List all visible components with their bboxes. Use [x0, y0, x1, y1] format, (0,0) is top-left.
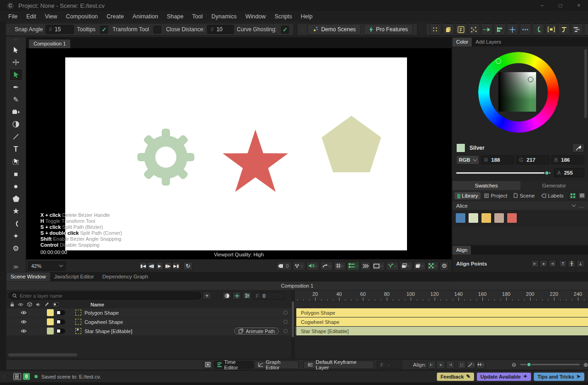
- swatch-set-dropdown[interactable]: Alice …: [452, 201, 588, 210]
- console-icon[interactable]: [13, 373, 21, 380]
- align-keys-center-button[interactable]: ✛: [436, 361, 445, 369]
- tab-align[interactable]: Align: [452, 246, 471, 255]
- current-frame-field[interactable]: F0: [253, 292, 285, 300]
- animate-path-button[interactable]: Animate Path: [234, 328, 279, 334]
- message-count-badge[interactable]: 0: [23, 373, 30, 380]
- layer-color-chip[interactable]: [47, 328, 54, 334]
- drag-handle-icon[interactable]: ⋮: [300, 27, 304, 32]
- onion-skin-button[interactable]: [222, 292, 231, 300]
- visibility-toggle[interactable]: [18, 311, 28, 315]
- sequence-button[interactable]: •••: [520, 23, 531, 35]
- swatch-salmon[interactable]: [507, 213, 517, 223]
- drag-handle-icon[interactable]: ⋮: [6, 27, 10, 32]
- tab-color[interactable]: Color: [452, 38, 472, 46]
- maximize-button[interactable]: □: [551, 0, 570, 11]
- alpha-slider-knob[interactable]: [544, 170, 549, 176]
- track-bar-star[interactable]: Star Shape [Editable]: [296, 327, 588, 335]
- copy-layers-button[interactable]: ▷: [413, 261, 426, 271]
- filter-settings-button[interactable]: [243, 292, 251, 300]
- key-spacing-button[interactable]: ▷: [476, 361, 485, 369]
- pen-modifier-button[interactable]: [558, 23, 570, 35]
- swatch-amber[interactable]: [481, 213, 492, 223]
- add-layer-button[interactable]: +: [203, 292, 211, 300]
- viewport-tab-composition1[interactable]: Composition 1: [29, 40, 70, 48]
- menu-view[interactable]: View: [45, 13, 57, 20]
- pro-features-button[interactable]: Pro Features: [364, 24, 413, 35]
- close-button[interactable]: ×: [570, 0, 588, 11]
- polygon-tool[interactable]: [9, 192, 23, 205]
- grid-view-button[interactable]: [569, 192, 577, 199]
- menu-scripts[interactable]: Scripts: [275, 13, 292, 20]
- layer-color-chip[interactable]: [47, 309, 54, 316]
- swatch-taupe[interactable]: [494, 213, 504, 223]
- node-paths-button[interactable]: ▷: [386, 261, 399, 271]
- align-right-button[interactable]: ⊣: [548, 260, 556, 267]
- sparkle-tool[interactable]: ✦: [9, 230, 23, 242]
- render-toggle[interactable]: [56, 319, 65, 324]
- toolbar-overflow-button[interactable]: »: [584, 23, 588, 35]
- graph-editor-button[interactable]: Graph Editor: [254, 361, 299, 369]
- forward-kinematics-button[interactable]: [481, 23, 493, 35]
- edit-path-tool[interactable]: [9, 155, 23, 168]
- layout-button[interactable]: [571, 23, 583, 35]
- camera-tool[interactable]: [9, 106, 23, 118]
- swatch-blue[interactable]: [455, 213, 466, 223]
- audio-button[interactable]: ▷: [306, 261, 319, 271]
- horizontal-scrollbar[interactable]: [8, 353, 77, 357]
- anchor-tool[interactable]: [9, 56, 23, 68]
- go-to-start-button[interactable]: ▮◀: [139, 262, 147, 270]
- menu-tool[interactable]: Tool: [192, 13, 203, 20]
- menu-help[interactable]: Help: [301, 13, 313, 20]
- render-toggle[interactable]: [56, 310, 65, 315]
- align-keys-left-button[interactable]: ⊢: [427, 361, 436, 369]
- tab-dependency-graph[interactable]: Dependency Graph: [98, 272, 153, 281]
- tab-add-layers[interactable]: Add Layers: [472, 38, 505, 46]
- timeline-vertical-scrollbar[interactable]: [291, 301, 294, 358]
- minimize-button[interactable]: −: [533, 0, 551, 11]
- menu-window[interactable]: Window: [245, 13, 266, 20]
- text-tool[interactable]: T: [9, 143, 23, 155]
- render-toggle[interactable]: [56, 328, 65, 334]
- loop-button[interactable]: ↻: [183, 262, 192, 270]
- tab-scene-window[interactable]: Scene Window: [6, 272, 50, 281]
- box-select-keys-button[interactable]: ⬚: [458, 361, 466, 369]
- timeline-zoom-slider[interactable]: [520, 364, 580, 365]
- alpha-slider[interactable]: [456, 172, 550, 174]
- current-color-swatch[interactable]: [456, 143, 465, 153]
- source-library-button[interactable]: |||Library: [454, 192, 481, 199]
- pen-tool[interactable]: ✒: [9, 81, 23, 93]
- arc-tool[interactable]: [9, 217, 23, 230]
- color-dots-button[interactable]: ▷: [293, 261, 305, 271]
- source-project-button[interactable]: Project: [481, 192, 510, 199]
- update-available-button[interactable]: Update Available✦: [477, 373, 531, 381]
- menu-dynamics[interactable]: Dynamics: [211, 13, 237, 20]
- edit-shape-tool-active[interactable]: [9, 68, 23, 81]
- panel-scrollbar[interactable]: [584, 49, 587, 118]
- frame-counter[interactable]: 0: [276, 261, 292, 271]
- frame-button[interactable]: [545, 23, 557, 35]
- eyedropper-button[interactable]: [572, 143, 584, 153]
- extrude-button[interactable]: [442, 23, 454, 35]
- dope-sheet-button[interactable]: [203, 361, 213, 369]
- tooltips-checkbox[interactable]: ✓: [100, 26, 108, 34]
- green-field[interactable]: G217: [516, 155, 549, 164]
- red-field[interactable]: R188: [481, 155, 514, 164]
- feedback-button[interactable]: Feedback✎: [437, 373, 474, 381]
- menu-animation[interactable]: Animation: [133, 13, 158, 20]
- tools-overflow-button[interactable]: ≫: [9, 262, 23, 272]
- text-shape-button[interactable]: F: [455, 23, 467, 35]
- menu-create[interactable]: Create: [107, 13, 124, 20]
- align-center-h-button[interactable]: ✛: [540, 260, 548, 267]
- play-button[interactable]: ▶: [156, 262, 164, 270]
- timeline-ruler[interactable]: 20 40 60 80 100 120 140 160 180 200 220 …: [295, 290, 588, 301]
- panel-drag-handle[interactable]: ⋯: [14, 37, 18, 44]
- layer-row-cogwheel[interactable]: Cogwheel Shape: [6, 317, 291, 326]
- ellipse-tool[interactable]: ●: [9, 180, 23, 192]
- swatch-sage[interactable]: [468, 213, 479, 223]
- alpha-field[interactable]: A255: [554, 168, 584, 177]
- zoom-in-icon[interactable]: ⊕: [583, 362, 588, 368]
- scatter-button[interactable]: [468, 23, 480, 35]
- rotation-button[interactable]: ▷: [320, 261, 333, 271]
- source-labels-button[interactable]: Labels: [538, 192, 566, 199]
- menu-composition[interactable]: Composition: [66, 13, 98, 20]
